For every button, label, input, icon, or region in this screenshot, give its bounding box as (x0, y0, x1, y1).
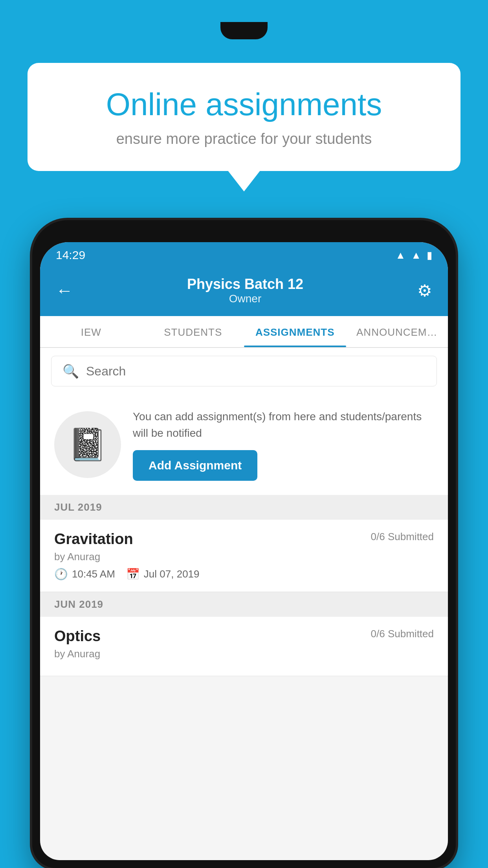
optics-name: Optics (54, 628, 101, 645)
promo-section: 📓 You can add assignment(s) from here an… (40, 394, 448, 495)
promo-content: You can add assignment(s) from here and … (133, 408, 434, 481)
optics-header: Optics 0/6 Submitted (54, 628, 434, 645)
section-month-jun: JUN 2019 (54, 598, 103, 610)
tab-iew[interactable]: IEW (40, 316, 142, 347)
tab-students[interactable]: STUDENTS (142, 316, 244, 347)
tabs-bar: IEW STUDENTS ASSIGNMENTS ANNOUNCEM… (40, 316, 448, 348)
wifi-icon: ▲ (396, 249, 406, 261)
optics-by: by Anurag (54, 648, 434, 660)
status-time: 14:29 (56, 248, 85, 262)
batch-subtitle: Owner (229, 292, 261, 305)
search-icon: 🔍 (62, 363, 79, 379)
tab-assignments[interactable]: ASSIGNMENTS (244, 316, 346, 347)
add-assignment-button[interactable]: Add Assignment (133, 450, 257, 481)
status-bar: 14:29 ▲ ▲ ▮ (40, 242, 448, 268)
speech-bubble: Online assignments ensure more practice … (28, 63, 460, 171)
assignment-item-optics[interactable]: Optics 0/6 Submitted by Anurag (40, 617, 448, 676)
assignment-submitted: 0/6 Submitted (371, 531, 434, 543)
batch-title: Physics Batch 12 (187, 276, 303, 292)
promo-icon-circle: 📓 (54, 411, 121, 478)
tab-announcements[interactable]: ANNOUNCEM… (346, 316, 448, 347)
search-input[interactable] (86, 364, 426, 379)
search-container: 🔍 (40, 348, 448, 394)
section-header-jul: JUL 2019 (40, 495, 448, 520)
speech-bubble-title: Online assignments (55, 86, 433, 123)
status-icons: ▲ ▲ ▮ (396, 249, 432, 261)
speech-bubble-subtitle: ensure more practice for your students (55, 131, 433, 147)
phone-screen: 14:29 ▲ ▲ ▮ ← Physics Batch 12 Owner ⚙ I… (40, 242, 448, 860)
back-button[interactable]: ← (56, 281, 73, 300)
settings-button[interactable]: ⚙ (417, 281, 432, 300)
section-month-jul: JUL 2019 (54, 501, 102, 513)
section-header-jun: JUN 2019 (40, 592, 448, 617)
assignment-date: 📅 Jul 07, 2019 (126, 568, 200, 581)
promo-description: You can add assignment(s) from here and … (133, 408, 434, 441)
clock-icon: 🕐 (54, 568, 68, 581)
speech-bubble-container: Online assignments ensure more practice … (28, 63, 460, 171)
assignment-item-gravitation[interactable]: Gravitation 0/6 Submitted by Anurag 🕐 10… (40, 520, 448, 592)
search-bar: 🔍 (51, 356, 437, 386)
assignment-name: Gravitation (54, 531, 133, 548)
header-title-area: Physics Batch 12 Owner (187, 276, 303, 305)
calendar-icon: 📅 (126, 568, 140, 581)
phone-frame: 14:29 ▲ ▲ ▮ ← Physics Batch 12 Owner ⚙ I… (32, 220, 456, 868)
assignment-meta: 🕐 10:45 AM 📅 Jul 07, 2019 (54, 568, 434, 581)
assignment-time: 🕐 10:45 AM (54, 568, 115, 581)
phone-notch (220, 22, 268, 39)
notebook-icon: 📓 (68, 426, 107, 463)
app-header: ← Physics Batch 12 Owner ⚙ (40, 268, 448, 316)
signal-icon: ▲ (411, 249, 421, 261)
assignment-by: by Anurag (54, 551, 434, 563)
battery-icon: ▮ (427, 249, 432, 261)
optics-submitted: 0/6 Submitted (371, 628, 434, 640)
assignment-header: Gravitation 0/6 Submitted (54, 531, 434, 548)
